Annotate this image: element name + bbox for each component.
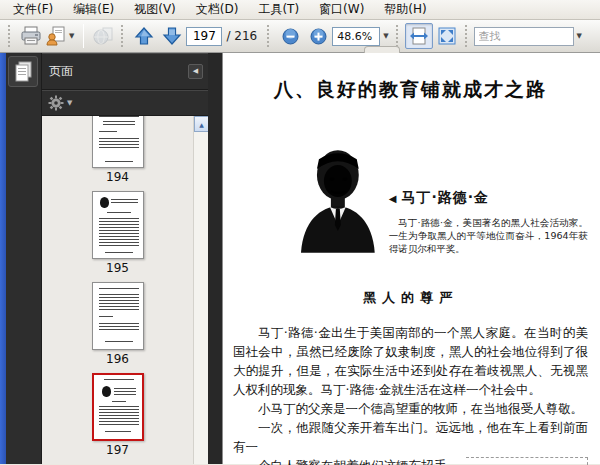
thumbnail-label: 195 <box>106 261 129 275</box>
body-text: 马丁·路德·金出生于美国南部的一个黑人家庭。在当时的美国社会中，虽然已经废除了奴… <box>233 323 588 465</box>
figure-caption-title: ◀马丁·路德·金 <box>389 189 588 207</box>
toolbar: ▼ / 216 <box>0 20 600 53</box>
menu-window[interactable]: 窗口(W) <box>310 0 373 20</box>
thumbnail-item[interactable]: 196 <box>92 282 144 366</box>
menu-file[interactable]: 文件(F) <box>4 0 62 20</box>
thumbnail-item[interactable]: 195 <box>92 191 144 275</box>
find-caret-icon[interactable]: ▼ <box>574 32 585 40</box>
fit-page-icon <box>437 26 457 46</box>
thumbnail-item-current[interactable]: 197 <box>92 373 144 457</box>
document-page: 八、良好的教育铺就成才之路 <box>222 53 600 464</box>
content-area: 页面 ◀ <box>0 53 600 464</box>
toolbar-grip <box>121 25 126 47</box>
nav-panel-buttons <box>6 53 42 464</box>
thumbnail-label: 194 <box>106 170 129 184</box>
menu-edit[interactable]: 编辑(E) <box>64 0 123 20</box>
zoom-caret-icon[interactable]: ▼ <box>380 32 391 40</box>
share-document-icon <box>46 26 66 46</box>
paragraph: 一次，他跟随父亲开着车出门。远远地，他在车上看到前面有一 <box>233 418 588 456</box>
email-share-button[interactable]: ▼ <box>45 23 78 49</box>
keyword-badge: 成长关键词 维护尊严 <box>466 457 588 465</box>
fit-width-button[interactable] <box>405 23 433 49</box>
menu-bar: 文件(F) 编辑(E) 视图(V) 文档(D) 工具(T) 窗口(W) 帮助(H… <box>0 0 600 20</box>
page-title: 八、良好的教育铺就成才之路 <box>233 77 588 103</box>
menu-tools[interactable]: 工具(T) <box>249 0 308 20</box>
caption-marker-icon: ◀ <box>389 193 398 204</box>
toolbar-collapse-tab[interactable] <box>364 46 400 53</box>
toolbar-separator <box>83 24 84 48</box>
scrollbar-up-button[interactable]: ▲ <box>194 116 208 132</box>
zoom-in-button[interactable] <box>304 23 332 49</box>
figure-caption: ◀马丁·路德·金 马丁·路德·金，美国著名的黑人社会活动家。一生为争取黑人的平等… <box>389 189 588 255</box>
thumbnail-page-197-selected[interactable] <box>92 373 144 441</box>
page-total-label: / 216 <box>226 29 257 43</box>
toolbar-grip <box>267 25 272 47</box>
printer-icon <box>20 26 42 46</box>
paragraph: 马丁·路德·金出生于美国南部的一个黑人家庭。在当时的美国社会中，虽然已经废除了奴… <box>233 323 588 399</box>
print-button[interactable] <box>17 23 45 49</box>
toolbar-grip <box>8 25 13 47</box>
share-caret-icon[interactable]: ▼ <box>66 32 77 40</box>
fit-page-button[interactable] <box>433 23 461 49</box>
panel-collapse-button[interactable]: ◀ <box>188 64 203 79</box>
pdf-reader-window: 文件(F) 编辑(E) 视图(V) 文档(D) 工具(T) 窗口(W) 帮助(H… <box>0 0 600 465</box>
document-pane[interactable]: 八、良好的教育铺就成才之路 <box>208 53 600 464</box>
section-heading: 黑人的尊严 <box>233 289 588 307</box>
thumbnail-label: 196 <box>106 352 129 366</box>
plus-circle-icon <box>310 28 327 45</box>
collapse-left-icon: ◀ <box>193 67 198 75</box>
thumbnail-scroll-content: 194 195 <box>42 116 193 464</box>
thumbnail-page-194[interactable] <box>92 116 144 168</box>
arrow-up-icon <box>134 26 154 46</box>
thumbnail-scrollbar[interactable]: ▲ <box>193 116 208 464</box>
find-input[interactable] <box>474 27 574 46</box>
fit-width-icon <box>409 27 429 45</box>
next-page-button[interactable] <box>158 23 186 49</box>
thumbnail-label: 197 <box>106 443 129 457</box>
panel-options-row: ▼ <box>42 90 208 116</box>
scroll-up-icon: ▲ <box>199 121 204 128</box>
toolbar-grip <box>465 25 470 47</box>
options-caret-icon[interactable]: ▼ <box>67 99 72 107</box>
collaborate-button-disabled <box>89 23 117 49</box>
paragraph: 小马丁的父亲是一个德高望重的牧师，在当地很受人尊敬。 <box>233 399 588 418</box>
find-box: ▼ <box>474 27 585 46</box>
pages-icon <box>14 61 33 83</box>
zoom-level-combobox[interactable]: 48.6% <box>332 27 380 46</box>
globe-document-icon <box>92 26 114 46</box>
menu-view[interactable]: 视图(V) <box>125 0 185 20</box>
page-number-input[interactable] <box>186 27 222 46</box>
martin-luther-king-photo <box>297 145 379 253</box>
menu-help[interactable]: 帮助(H) <box>375 0 435 20</box>
thumbnail-page-195[interactable] <box>92 191 144 259</box>
figure: ◀马丁·路德·金 马丁·路德·金，美国著名的黑人社会活动家。一生为争取黑人的平等… <box>297 145 588 255</box>
thumbnail-item[interactable]: 194 <box>92 116 144 184</box>
toolbar-grip <box>396 25 401 47</box>
minus-circle-icon <box>282 28 299 45</box>
menu-document[interactable]: 文档(D) <box>187 0 248 20</box>
pages-panel-button[interactable] <box>8 56 38 87</box>
zoom-out-button[interactable] <box>276 23 304 49</box>
arrow-down-icon <box>162 26 182 46</box>
thumbnail-list: 194 195 <box>42 116 208 464</box>
panel-header: 页面 ◀ <box>42 53 208 90</box>
gear-icon[interactable] <box>48 95 64 111</box>
panel-title: 页面 <box>49 63 188 80</box>
figure-caption-text: 马丁·路德·金，美国著名的黑人社会活动家。一生为争取黑人的平等地位而奋斗，196… <box>389 216 588 255</box>
pages-panel: 页面 ◀ <box>42 53 208 464</box>
previous-page-button[interactable] <box>130 23 158 49</box>
thumbnail-page-196[interactable] <box>92 282 144 350</box>
paragraph-with-badge: 成长关键词 维护尊严 个白人警察在朝着他们这辆车招手。顿时，他心里一紧，他经常听… <box>233 456 588 465</box>
